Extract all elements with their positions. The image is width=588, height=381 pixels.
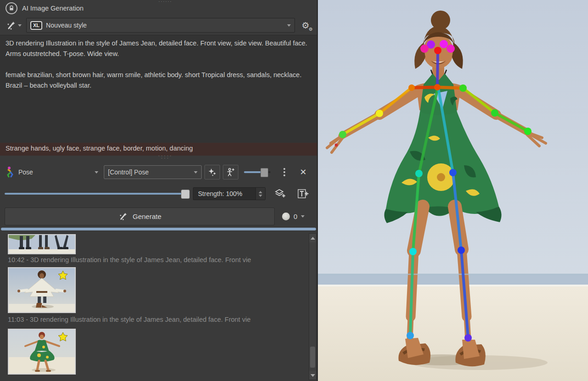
- control-type-select[interactable]: Pose: [18, 168, 101, 176]
- docker-title: AI Image Generation: [22, 5, 84, 12]
- slider-fill: [244, 171, 262, 173]
- pose-icon: [5, 166, 16, 179]
- history-caption[interactable]: 11:03 - 3D rendering Illustration in the…: [8, 316, 305, 323]
- history-thumbnail-2[interactable]: [8, 267, 76, 313]
- strength-spinbox[interactable]: Strength: 100%: [193, 187, 266, 200]
- style-select-value: Nouveau style: [46, 22, 87, 29]
- slider-fill: [5, 193, 183, 195]
- triangle-down-icon: [311, 374, 315, 377]
- docker-header: AI Image Generation: [0, 0, 317, 17]
- krita-ai-image-generation-app: ······ AI Image Generation XL Nouveau st…: [0, 0, 588, 381]
- control-strength-mini-slider[interactable]: [244, 168, 271, 176]
- history-thumbnail-1[interactable]: [8, 234, 76, 254]
- person-add-icon: [226, 168, 235, 177]
- pose-keypoint-left-hip[interactable]: [415, 170, 423, 177]
- generate-control-layer-button[interactable]: [204, 165, 220, 179]
- text-add-icon: [297, 188, 309, 199]
- pose-bone: [419, 88, 438, 174]
- pose-keypoint-left-ear[interactable]: [420, 45, 429, 53]
- pose-bone: [495, 113, 528, 131]
- pose-keypoint-right-shoulder[interactable]: [459, 84, 467, 92]
- slider-handle[interactable]: [181, 190, 190, 199]
- spinbox-arrows[interactable]: [255, 188, 265, 200]
- pose-keypoint-right-ankle[interactable]: [464, 334, 472, 342]
- history-caption[interactable]: 10:42 - 3D rendering Illustration in the…: [8, 256, 305, 263]
- pose-bone: [461, 250, 468, 338]
- strength-slider[interactable]: [5, 189, 189, 198]
- style-row: XL Nouveau style ⚙⚙: [0, 17, 317, 34]
- pose-keypoint-left-ankle[interactable]: [407, 332, 414, 339]
- chevron-down-icon: [194, 171, 198, 174]
- spin-down-icon[interactable]: [259, 195, 262, 197]
- pose-keypoint-right-hip[interactable]: [449, 169, 457, 176]
- workspace-wand-button[interactable]: [5, 19, 23, 32]
- pose-bone: [437, 87, 463, 88]
- history-scrollbar[interactable]: [309, 233, 317, 380]
- generate-button[interactable]: Generate: [5, 207, 275, 225]
- control-layer-select[interactable]: [Control] Pose: [104, 165, 202, 179]
- remove-control-layer-button[interactable]: ✕: [296, 167, 310, 177]
- generate-button-label: Generate: [133, 213, 162, 220]
- pose-bone: [463, 88, 495, 113]
- style-select[interactable]: XL Nouveau style: [26, 18, 295, 33]
- add-layer-button[interactable]: [272, 186, 288, 201]
- pose-keypoint-right-knee[interactable]: [458, 247, 465, 254]
- pose-bone: [437, 54, 438, 87]
- pose-keypoint-right-eye[interactable]: [440, 40, 448, 48]
- pose-bone: [379, 88, 412, 113]
- pose-bone: [410, 252, 413, 336]
- chevron-down-icon: [287, 24, 291, 27]
- pose-keypoint-left-knee[interactable]: [409, 248, 417, 255]
- control-type-value: Pose: [18, 168, 33, 176]
- control-layer-value: [Control] Pose: [108, 168, 149, 176]
- chevron-down-icon: [18, 24, 22, 27]
- ai-generation-docker: ······ AI Image Generation XL Nouveau st…: [0, 0, 318, 381]
- history-list[interactable]: 10:42 - 3D rendering Illustration in the…: [0, 232, 317, 381]
- scrollbar-thumb[interactable]: [310, 347, 315, 368]
- chevron-down-icon: [95, 171, 98, 174]
- pose-keypoint-nose[interactable]: [434, 47, 441, 54]
- pose-bone: [412, 87, 437, 88]
- add-pose-character-button[interactable]: [223, 165, 238, 179]
- sdxl-badge: XL: [30, 21, 42, 30]
- slider-handle[interactable]: [260, 168, 268, 177]
- pose-keypoint-left-wrist[interactable]: [339, 131, 346, 138]
- prompt-resize-handle-icon[interactable]: ········: [152, 155, 179, 159]
- sparkles-icon: [208, 168, 217, 177]
- magic-wand-icon: [118, 211, 128, 221]
- pose-keypoint-right-wrist[interactable]: [524, 128, 531, 135]
- strength-value: Strength: 100%: [198, 190, 243, 197]
- strength-row: Strength: 100%: [0, 185, 317, 203]
- control-layer-menu-button[interactable]: [280, 168, 289, 176]
- pose-keypoint-right-ear[interactable]: [447, 45, 455, 53]
- settings-button[interactable]: ⚙⚙: [299, 20, 312, 31]
- pose-keypoint-left-elbow[interactable]: [376, 110, 383, 117]
- add-text-layer-button[interactable]: [295, 186, 311, 201]
- pose-bone: [453, 173, 461, 250]
- pose-bone: [438, 88, 453, 173]
- triangle-up-icon: [311, 237, 315, 240]
- pose-bone: [343, 113, 379, 134]
- pose-keypoint-right-elbow[interactable]: [491, 109, 498, 117]
- lock-icon: [6, 2, 17, 14]
- magic-wand-icon: [6, 20, 17, 31]
- layers-add-icon: [274, 188, 286, 199]
- pose-keypoint-left-shoulder[interactable]: [408, 84, 415, 91]
- pose-keypoint-neck[interactable]: [434, 84, 441, 90]
- gear-icon: ⚙: [309, 27, 313, 32]
- scroll-up-button[interactable]: [309, 234, 316, 242]
- generate-row: Generate 0: [0, 206, 317, 227]
- prompt-textarea[interactable]: 3D rendering Illustration in the style o…: [0, 35, 317, 143]
- queue-indicator[interactable]: 0: [282, 213, 305, 220]
- generation-progress-bar: [1, 228, 316, 230]
- pose-overlay[interactable]: [318, 0, 588, 381]
- queue-count: 0: [294, 213, 297, 220]
- canvas-viewport[interactable]: [318, 0, 588, 381]
- history-thumbnail-3[interactable]: [8, 329, 76, 375]
- scroll-down-button[interactable]: [309, 371, 316, 380]
- pose-bone: [413, 174, 419, 252]
- chevron-down-icon: [301, 215, 305, 218]
- control-layer-row: Pose [Control] Pose: [0, 162, 317, 182]
- spin-up-icon[interactable]: [259, 191, 262, 193]
- queue-status-icon: [282, 213, 290, 220]
